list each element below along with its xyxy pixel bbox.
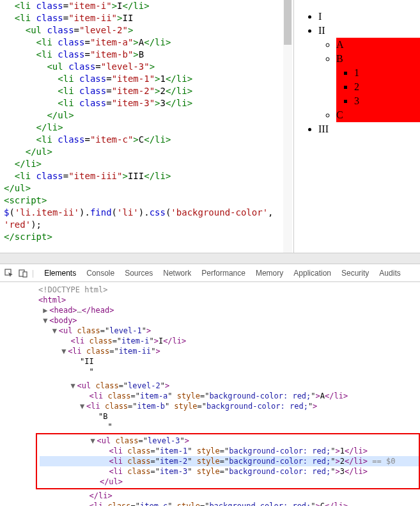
devtools-tabs: Elements Console Sources Network Perform… [44, 269, 401, 278]
tab-memory[interactable]: Memory [256, 269, 283, 278]
inspect-icon[interactable] [4, 268, 14, 278]
code-scrollbar[interactable] [283, 0, 292, 253]
preview-item-c: C [336, 108, 420, 122]
device-icon[interactable] [18, 268, 28, 278]
tab-application[interactable]: Application [293, 269, 331, 278]
preview-item-i: I [318, 10, 420, 24]
tab-elements[interactable]: Elements [44, 269, 76, 278]
preview-item-iii: III [318, 122, 420, 136]
code-editor-pane[interactable]: <li class="item-i">I</li> <li class="ite… [0, 0, 294, 253]
elements-highlight-box: ▼<ul class="level-3"> <li class="item-1"… [36, 433, 420, 489]
preview-item-3: 3 [354, 94, 420, 108]
tab-console[interactable]: Console [86, 269, 114, 278]
pane-divider[interactable] [0, 253, 420, 264]
tab-audits[interactable]: Audits [379, 269, 400, 278]
preview-item-a: A [336, 38, 420, 52]
preview-item-1: 1 [354, 66, 420, 80]
preview-item-ii: II A B 1 2 3 C [318, 24, 420, 122]
devtools-panel: | Elements Console Sources Network Perfo… [0, 264, 420, 506]
svg-rect-2 [23, 272, 27, 277]
preview-pane: I II A B 1 2 3 C III [294, 0, 420, 253]
preview-item-2: 2 [354, 80, 420, 94]
scrollbar-thumb[interactable] [284, 0, 292, 45]
code-content: <li class="item-i">I</li> <li class="ite… [4, 0, 290, 243]
tab-network[interactable]: Network [163, 269, 191, 278]
tab-security[interactable]: Security [341, 269, 369, 278]
tab-performance[interactable]: Performance [201, 269, 245, 278]
devtools-toolbar: | Elements Console Sources Network Perfo… [0, 264, 420, 282]
elements-tree[interactable]: <!DOCTYPE html> <html> ▶<head>…</head> ▼… [0, 282, 420, 506]
tab-sources[interactable]: Sources [125, 269, 153, 278]
preview-item-b: B 1 2 3 [336, 52, 420, 108]
elements-selected-node[interactable]: <li class="item-2" style="background-col… [40, 456, 419, 466]
